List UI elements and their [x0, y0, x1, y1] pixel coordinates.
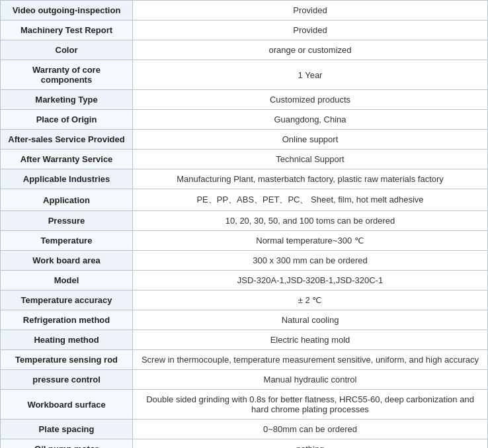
row-label: Refrigeration method	[1, 310, 133, 330]
table-row: ModelJSD-320A-1,JSD-320B-1,JSD-320C-1	[1, 271, 488, 291]
row-label: Plate spacing	[1, 420, 133, 439]
table-row: After Warranty ServiceTechnical Support	[1, 150, 488, 169]
row-label: Temperature accuracy	[1, 291, 133, 310]
row-label: Video outgoing-inspection	[1, 1, 133, 21]
row-value: 10, 20, 30, 50, and 100 toms can be orde…	[133, 211, 488, 231]
table-row: Heating methodElectric heating mold	[1, 330, 488, 350]
table-row: pressure controlManual hydraulic control	[1, 370, 488, 390]
table-row: After-sales Service ProvidedOnline suppo…	[1, 130, 488, 150]
table-row: Temperature accuracy± 2 ℃	[1, 291, 488, 310]
row-value: Customized products	[133, 90, 488, 110]
row-value: Online support	[133, 130, 488, 150]
row-value: Guangdong, China	[133, 110, 488, 130]
row-label: After Warranty Service	[1, 150, 133, 169]
table-row: Applicable IndustriesManufacturing Plant…	[1, 169, 488, 189]
table-row: Marketing TypeCustomized products	[1, 90, 488, 110]
row-label: Workboard surface	[1, 390, 133, 420]
table-row: Machinery Test ReportProvided	[1, 21, 488, 40]
table-row: Temperature sensing rodScrew in thermoco…	[1, 350, 488, 370]
row-value: Natural cooling	[133, 310, 488, 330]
row-label: pressure control	[1, 370, 133, 390]
row-value: 0~80mm can be ordered	[133, 420, 488, 439]
table-row: Workboard surfaceDouble sided grinding w…	[1, 390, 488, 420]
row-label: Machinery Test Report	[1, 21, 133, 40]
table-row: Colororange or customized	[1, 40, 488, 60]
row-label: Color	[1, 40, 133, 60]
row-label: Warranty of core components	[1, 60, 133, 90]
row-label: Work board area	[1, 251, 133, 271]
table-row: Pressure10, 20, 30, 50, and 100 toms can…	[1, 211, 488, 231]
row-value: PE、PP、ABS、PET、PC、 Sheet, film, hot melt …	[133, 189, 488, 211]
row-value: Technical Support	[133, 150, 488, 169]
row-value: 300 x 300 mm can be ordered	[133, 251, 488, 271]
row-value: Double sided grinding with 0.8s for bett…	[133, 390, 488, 420]
row-label: Temperature	[1, 231, 133, 251]
row-label: Temperature sensing rod	[1, 350, 133, 370]
table-row: TemperatureNormal temperature~300 ℃	[1, 231, 488, 251]
row-value: Normal temperature~300 ℃	[133, 231, 488, 251]
row-value: Provided	[133, 1, 488, 21]
row-label: Place of Origin	[1, 110, 133, 130]
row-label: Oil pump motor	[1, 439, 133, 449]
row-value: Manufacturing Plant, masterbatch factory…	[133, 169, 488, 189]
table-row: ApplicationPE、PP、ABS、PET、PC、 Sheet, film…	[1, 189, 488, 211]
table-row: Video outgoing-inspectionProvided	[1, 1, 488, 21]
row-label: Marketing Type	[1, 90, 133, 110]
table-row: Plate spacing0~80mm can be ordered	[1, 420, 488, 439]
table-row: Refrigeration methodNatural cooling	[1, 310, 488, 330]
row-value: ± 2 ℃	[133, 291, 488, 310]
row-label: Pressure	[1, 211, 133, 231]
table-row: Place of OriginGuangdong, China	[1, 110, 488, 130]
row-value: JSD-320A-1,JSD-320B-1,JSD-320C-1	[133, 271, 488, 291]
row-value: Screw in thermocouple, temperature measu…	[133, 350, 488, 370]
row-label: Applicable Industries	[1, 169, 133, 189]
row-value: Electric heating mold	[133, 330, 488, 350]
row-value: Manual hydraulic control	[133, 370, 488, 390]
row-label: Heating method	[1, 330, 133, 350]
specs-table: Video outgoing-inspectionProvidedMachine…	[0, 0, 488, 448]
row-label: Application	[1, 189, 133, 211]
row-label: Model	[1, 271, 133, 291]
table-row: Warranty of core components1 Year	[1, 60, 488, 90]
row-value: Provided	[133, 21, 488, 40]
row-label: After-sales Service Provided	[1, 130, 133, 150]
row-value: nothing	[133, 439, 488, 449]
table-row: Work board area300 x 300 mm can be order…	[1, 251, 488, 271]
table-row: Oil pump motornothing	[1, 439, 488, 449]
row-value: orange or customized	[133, 40, 488, 60]
row-value: 1 Year	[133, 60, 488, 90]
